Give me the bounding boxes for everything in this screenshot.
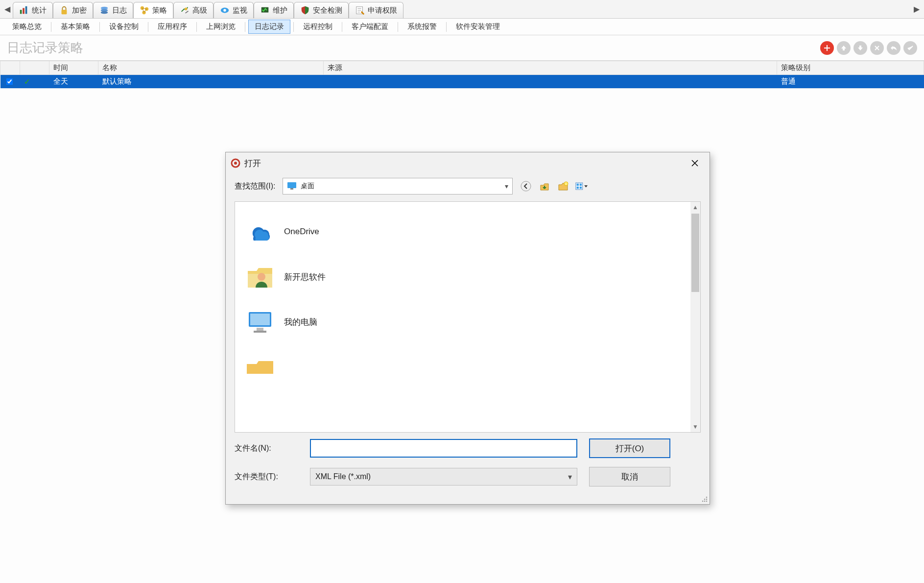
svg-point-33 [704, 499, 706, 500]
dialog-titlebar: 打开 [226, 152, 710, 174]
nav-newfolder-button[interactable] [557, 180, 569, 193]
tabstrip-right-arrow[interactable]: ▶ [911, 0, 922, 18]
tab-security[interactable]: 安全检测 [294, 2, 349, 18]
tab-permission[interactable]: 申请权限 [349, 2, 403, 18]
table-row[interactable]: ✓全天默认策略普通 [0, 75, 924, 89]
subtab-9[interactable]: 软件安装管理 [450, 20, 506, 34]
log-icon [99, 5, 109, 15]
subtab-1[interactable]: 基本策略 [54, 20, 96, 34]
subtab-separator [342, 22, 342, 32]
svg-rect-25 [576, 187, 578, 189]
tabstrip-left-arrow[interactable]: ◀ [2, 0, 13, 18]
row-name: 默认策略 [98, 75, 324, 89]
nav-back-button[interactable] [520, 180, 532, 193]
tab-label: 高级 [192, 6, 207, 15]
col-time[interactable]: 时间 [49, 61, 98, 75]
svg-point-34 [706, 499, 708, 500]
chevron-down-icon: ▾ [505, 182, 508, 190]
tab-monitor[interactable]: 监视 [213, 2, 254, 18]
row-time: 全天 [49, 75, 98, 89]
svg-rect-11 [185, 11, 189, 14]
filetype-combobox[interactable]: XML File (*.xml) ▾ [310, 468, 577, 486]
monitor-icon [220, 5, 230, 15]
filetype-value: XML File (*.xml) [315, 472, 371, 481]
subtab-separator [148, 22, 148, 32]
file-item-userfolder[interactable]: 新开思软件 [241, 259, 694, 295]
svg-point-35 [702, 501, 704, 502]
resize-grip[interactable] [701, 495, 709, 503]
col-name[interactable]: 名称 [98, 61, 324, 75]
dialog-close-button[interactable] [685, 155, 705, 171]
move-down-button[interactable] [853, 41, 867, 55]
confirm-button[interactable] [903, 41, 917, 55]
svg-point-37 [706, 501, 708, 502]
scroll-down-button[interactable]: ▼ [690, 421, 700, 432]
cancel-button[interactable]: 取消 [589, 467, 670, 486]
tab-stats[interactable]: 统计 [13, 2, 53, 18]
tab-policy[interactable]: 策略 [133, 2, 173, 18]
subtab-separator [245, 22, 245, 32]
subtab-separator [196, 22, 197, 32]
subtab-7[interactable]: 客户端配置 [345, 20, 395, 34]
subtab-8[interactable]: 系统报警 [401, 20, 443, 34]
move-up-button[interactable] [837, 41, 851, 55]
scrollbar-track[interactable]: ▲ ▼ [690, 202, 700, 432]
desktop-icon [287, 182, 297, 191]
subtab-2[interactable]: 设备控制 [103, 20, 145, 34]
maintain-icon [260, 5, 270, 15]
nav-up-button[interactable] [538, 180, 551, 193]
svg-point-20 [521, 181, 531, 191]
col-source[interactable]: 来源 [324, 61, 777, 75]
dialog-bottom: 文件名(N): 打开(O) 文件类型(T): XML File (*.xml) … [226, 438, 710, 504]
tab-lock[interactable]: 加密 [53, 2, 93, 18]
policy-icon [140, 5, 149, 15]
subtab-3[interactable]: 应用程序 [151, 20, 193, 34]
scroll-up-button[interactable]: ▲ [690, 202, 700, 213]
subtab-separator [293, 22, 294, 32]
tab-label: 策略 [152, 6, 167, 15]
nav-viewmenu-button[interactable] [575, 180, 588, 193]
lock-icon [59, 5, 69, 15]
lookin-value: 桌面 [301, 182, 314, 191]
svg-rect-19 [290, 188, 293, 190]
svg-point-13 [223, 9, 226, 11]
svg-point-17 [234, 162, 237, 165]
svg-point-6 [101, 11, 108, 14]
folder-icon [245, 355, 275, 379]
subtab-separator [99, 22, 100, 32]
subtab-4[interactable]: 上网浏览 [200, 20, 242, 34]
undo-button[interactable] [887, 41, 900, 55]
tab-maintain[interactable]: 维护 [254, 2, 294, 18]
page-title: 日志记录策略 [7, 39, 820, 56]
col-level[interactable]: 策略级别 [777, 61, 924, 75]
add-button[interactable] [820, 41, 834, 55]
svg-rect-3 [62, 10, 67, 14]
subtab-6[interactable]: 远程控制 [297, 20, 339, 34]
open-button[interactable]: 打开(O) [589, 438, 670, 458]
col-check[interactable] [0, 61, 20, 75]
main-tabstrip: ◀ 统计加密日志策略高级监视维护安全检测申请权限 ▶ [0, 0, 924, 19]
file-item-computer[interactable]: 我的电脑 [241, 304, 694, 340]
tab-log[interactable]: 日志 [93, 2, 133, 18]
lookin-combobox[interactable]: 桌面 ▾ [283, 178, 513, 194]
subtab-0[interactable]: 策略总览 [6, 20, 48, 34]
scrollbar-thumb[interactable] [691, 214, 699, 292]
dialog-lookin-row: 查找范围(I): 桌面 ▾ [226, 174, 710, 201]
delete-button[interactable] [870, 41, 884, 55]
svg-point-10 [185, 8, 187, 10]
file-item-onedrive[interactable]: OneDrive [241, 214, 694, 250]
svg-point-21 [564, 182, 568, 186]
tab-advanced[interactable]: 高级 [173, 2, 213, 18]
col-status[interactable] [20, 61, 49, 75]
row-checkbox[interactable] [0, 75, 20, 89]
advanced-icon [180, 5, 190, 15]
file-item-folder[interactable] [241, 349, 694, 385]
tab-label: 申请权限 [368, 6, 397, 15]
svg-point-32 [706, 497, 708, 498]
file-list[interactable]: OneDrive新开思软件我的电脑 ▲ ▼ [235, 201, 701, 433]
filetype-label: 文件类型(T): [235, 472, 298, 482]
filename-input[interactable] [310, 439, 577, 458]
tab-label: 维护 [273, 6, 287, 15]
subtab-5[interactable]: 日志记录 [248, 20, 290, 34]
userfolder-icon [245, 265, 275, 289]
